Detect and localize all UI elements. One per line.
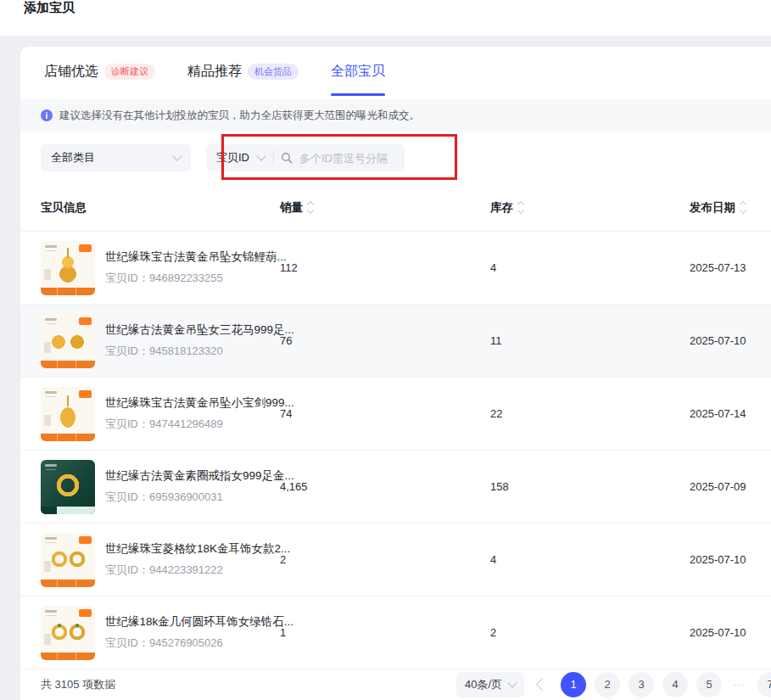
product-texts: 世纪缘古法黄金吊坠女三花马999足... 宝贝ID：945818123320 bbox=[105, 322, 280, 359]
promo-strip bbox=[41, 288, 95, 295]
page-title: 添加宝贝 bbox=[24, 0, 75, 15]
content-card: 店铺优选 诊断建议 精品推荐 机会货品 全部宝贝 i 建议选择没有在其他计划投放… bbox=[20, 47, 771, 700]
id-type-select-value: 宝贝ID bbox=[216, 150, 249, 165]
product-texts: 世纪缘珠宝古法黄金吊坠小宝剑999... 宝贝ID：947441296489 bbox=[105, 395, 280, 432]
side-tag bbox=[44, 634, 51, 645]
promo-badge bbox=[79, 390, 92, 398]
chevron-down-icon bbox=[172, 151, 182, 160]
tab-badge: 机会货品 bbox=[248, 64, 299, 80]
promo-strip bbox=[41, 507, 95, 514]
sales-cell: 4,165 bbox=[280, 480, 490, 493]
page-size-select[interactable]: 40条/页 bbox=[456, 672, 524, 697]
page-button[interactable]: 7 bbox=[757, 672, 771, 697]
product-id: 宝贝ID：946892233255 bbox=[105, 271, 280, 286]
page-size-value: 40条/页 bbox=[465, 677, 502, 692]
sales-cell: 112 bbox=[280, 261, 490, 274]
side-tag bbox=[44, 415, 51, 426]
date-cell: 2025-07-10 bbox=[690, 334, 771, 347]
brand-mark bbox=[45, 537, 57, 540]
promo-badge bbox=[79, 244, 92, 252]
tab-label: 店铺优选 bbox=[44, 63, 98, 81]
product-cell: 世纪缘18k金几何圆环耳饰女绿锆石... 宝贝ID：945276905026 bbox=[41, 606, 280, 660]
stock-cell: 158 bbox=[490, 480, 690, 493]
promo-strip bbox=[41, 361, 95, 368]
product-title[interactable]: 世纪缘珠宝古法黄金吊坠小宝剑999... bbox=[105, 395, 280, 411]
category-select[interactable]: 全部类目 bbox=[41, 144, 191, 171]
tab[interactable]: 精品推荐 机会货品 bbox=[187, 47, 299, 96]
table-row: 世纪缘古法黄金吊坠女三花马999足... 宝贝ID：945818123320 7… bbox=[20, 305, 771, 378]
product-texts: 世纪缘珠宝古法黄金吊坠女锦鲤葫... 宝贝ID：946892233255 bbox=[105, 249, 280, 286]
date-cell: 2025-07-09 bbox=[690, 480, 771, 493]
page-button[interactable]: 4 bbox=[662, 672, 688, 697]
ellipsis-pages[interactable]: ··· bbox=[730, 672, 749, 697]
table-body: 世纪缘珠宝古法黄金吊坠女锦鲤葫... 宝贝ID：946892233255 112… bbox=[20, 232, 771, 669]
product-id: 宝贝ID：944223391222 bbox=[105, 563, 280, 578]
promo-badge bbox=[79, 609, 92, 617]
page-button[interactable]: 2 bbox=[595, 672, 620, 697]
id-search-group: 宝贝ID bbox=[206, 144, 405, 171]
table-row: 世纪缘古法黄金素圈戒指女999足金... 宝贝ID：695936900031 4… bbox=[20, 451, 771, 524]
page-list: 12345···7 bbox=[561, 672, 771, 697]
stock-cell: 4 bbox=[490, 553, 690, 566]
tab-badge: 诊断建议 bbox=[104, 64, 155, 80]
sort-icon[interactable] bbox=[740, 202, 746, 213]
tab[interactable]: 店铺优选 诊断建议 bbox=[44, 47, 155, 96]
product-image[interactable] bbox=[41, 241, 95, 295]
page-button[interactable]: 3 bbox=[629, 672, 654, 697]
page-button[interactable]: 1 bbox=[561, 672, 586, 697]
sort-icon[interactable] bbox=[518, 202, 523, 213]
date-cell: 2025-07-10 bbox=[690, 626, 771, 639]
sales-cell: 1 bbox=[280, 626, 490, 639]
side-tag bbox=[44, 269, 51, 280]
table-row: 世纪缘18k金几何圆环耳饰女绿锆石... 宝贝ID：945276905026 1… bbox=[20, 596, 771, 669]
product-title[interactable]: 世纪缘古法黄金素圈戒指女999足金... bbox=[105, 468, 280, 484]
side-tag bbox=[44, 342, 51, 353]
product-title[interactable]: 世纪缘珠宝菱格纹18K金耳饰女款2... bbox=[105, 541, 280, 557]
product-title[interactable]: 世纪缘古法黄金吊坠女三花马999足... bbox=[105, 322, 280, 338]
column-header-stock: 库存 bbox=[490, 200, 690, 216]
table-row: 世纪缘珠宝菱格纹18K金耳饰女款2... 宝贝ID：944223391222 2… bbox=[20, 524, 771, 596]
brand-mark bbox=[45, 391, 57, 394]
sort-icon[interactable] bbox=[308, 202, 313, 213]
tab-label: 全部宝贝 bbox=[331, 63, 385, 81]
date-cell: 2025-07-13 bbox=[690, 261, 771, 274]
table-footer: 共 3105 项数据 40条/页 12345···7 bbox=[20, 669, 771, 699]
column-header-product: 宝贝信息 bbox=[41, 200, 280, 216]
sales-cell: 74 bbox=[280, 407, 490, 420]
product-id: 宝贝ID：947441296489 bbox=[105, 417, 280, 432]
product-image[interactable] bbox=[41, 314, 95, 368]
promo-badge bbox=[79, 536, 92, 544]
search-box bbox=[274, 151, 405, 165]
product-cell: 世纪缘珠宝古法黄金吊坠女锦鲤葫... 宝贝ID：946892233255 bbox=[41, 241, 280, 295]
column-header-date: 发布日期 bbox=[690, 200, 771, 216]
product-cell: 世纪缘珠宝古法黄金吊坠小宝剑999... 宝贝ID：947441296489 bbox=[41, 387, 280, 441]
stock-cell: 11 bbox=[490, 334, 690, 347]
top-bar: 添加宝贝 bbox=[0, 0, 771, 36]
date-cell: 2025-07-14 bbox=[690, 407, 771, 420]
brand-mark bbox=[45, 318, 57, 321]
promo-badge bbox=[79, 317, 92, 325]
product-title[interactable]: 世纪缘珠宝古法黄金吊坠女锦鲤葫... bbox=[105, 249, 280, 265]
page-button[interactable]: 5 bbox=[696, 672, 722, 697]
stock-cell: 4 bbox=[490, 261, 690, 274]
banner-text: 建议选择没有在其他计划投放的宝贝，助力全店获得更大范围的曝光和成交。 bbox=[59, 109, 420, 123]
stock-cell: 2 bbox=[490, 626, 690, 639]
id-search-input[interactable] bbox=[298, 151, 398, 165]
product-image[interactable] bbox=[41, 606, 95, 660]
product-image[interactable] bbox=[41, 533, 95, 587]
tab[interactable]: 全部宝贝 bbox=[331, 47, 385, 96]
chevron-down-icon bbox=[256, 151, 265, 160]
product-image[interactable] bbox=[41, 387, 95, 441]
info-banner: i 建议选择没有在其他计划投放的宝贝，助力全店获得更大范围的曝光和成交。 bbox=[20, 99, 771, 132]
prev-page-icon[interactable] bbox=[536, 678, 550, 692]
product-cell: 世纪缘古法黄金吊坠女三花马999足... 宝贝ID：945818123320 bbox=[41, 314, 280, 368]
product-image[interactable] bbox=[41, 460, 95, 514]
id-type-select[interactable]: 宝贝ID bbox=[206, 150, 273, 165]
pagination: 40条/页 12345···7 bbox=[456, 672, 771, 697]
chevron-down-icon bbox=[507, 678, 517, 687]
product-id: 宝贝ID：945818123320 bbox=[105, 344, 280, 359]
stock-cell: 22 bbox=[490, 407, 690, 420]
product-id: 宝贝ID：945276905026 bbox=[105, 636, 280, 651]
product-title[interactable]: 世纪缘18k金几何圆环耳饰女绿锆石... bbox=[105, 614, 280, 630]
tab-label: 精品推荐 bbox=[187, 63, 242, 81]
